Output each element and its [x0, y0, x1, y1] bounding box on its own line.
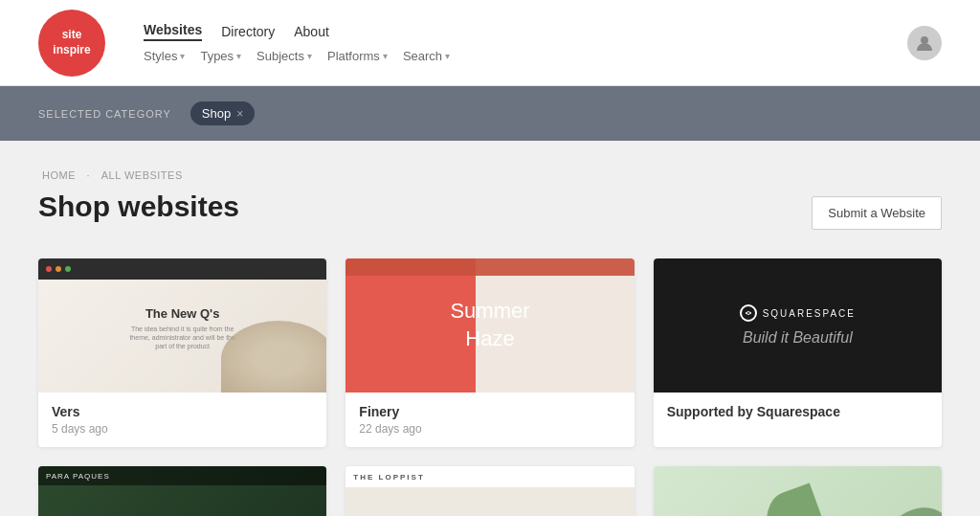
nav-platforms[interactable]: Platforms — [327, 49, 388, 63]
thumb-finery-line1: Summer — [450, 298, 529, 325]
nav-area: Websites Directory About Styles Types Su… — [144, 22, 450, 63]
card-thumb-bottom2: THE LOPPIST Inspiring stories — [345, 466, 634, 516]
window-dot-green — [65, 266, 71, 272]
page-header: Shop websites Submit a Website — [38, 191, 942, 230]
category-tag-text: Shop — [202, 106, 231, 121]
card-date-vers: 5 days ago — [52, 422, 313, 436]
logo-line2: inspire — [53, 43, 90, 58]
card-date-finery: 22 days ago — [359, 422, 620, 436]
thumb-bottom2-bg: THE LOPPIST Inspiring stories — [345, 466, 634, 516]
submit-website-button[interactable]: Submit a Website — [812, 196, 942, 230]
thumb-squarespace-logo: SQUARESPACE — [740, 304, 856, 322]
card-vers[interactable]: The New Q's The idea behind it is quite … — [38, 258, 326, 447]
nav-websites[interactable]: Websites — [144, 22, 202, 41]
card-title-vers: Vers — [52, 404, 313, 419]
squarespace-icon — [740, 304, 757, 322]
card-title-finery: Finery — [359, 404, 620, 419]
thumb-vers-image — [221, 321, 326, 393]
nav-types[interactable]: Types — [200, 49, 241, 63]
card-thumb-bottom3 — [654, 466, 942, 516]
header: site inspire Websites Directory About St… — [0, 0, 980, 86]
website-grid: The New Q's The idea behind it is quite … — [38, 258, 942, 516]
card-bottom1[interactable]: PARA PAQUES WALKER CANVAS CHAIRS — [38, 466, 326, 516]
card-bottom2[interactable]: THE LOPPIST Inspiring stories — [345, 466, 634, 516]
page-title: Shop websites — [38, 191, 239, 223]
nav-about[interactable]: About — [294, 24, 329, 39]
card-info-vers: Vers 5 days ago — [38, 393, 326, 447]
category-tag[interactable]: Shop × — [190, 101, 255, 125]
squarespace-brand-name: SQUARESPACE — [763, 308, 856, 319]
card-finery[interactable]: Summer Haze Finery 22 days ago — [345, 258, 634, 447]
logo-line1: site — [62, 28, 82, 43]
card-squarespace[interactable]: SQUARESPACE Build it Beautiful Supported… — [654, 258, 942, 447]
header-left: site inspire Websites Directory About St… — [38, 10, 450, 77]
breadcrumb-section: ALL WEBSITES — [101, 169, 183, 181]
category-bar: SELECTED CATEGORY Shop × — [0, 86, 980, 141]
thumb-bottom2-header: THE LOPPIST — [345, 466, 634, 487]
card-thumb-vers: The New Q's The idea behind it is quite … — [38, 258, 326, 393]
card-bottom3[interactable] — [654, 466, 942, 516]
thumb-leaf1 — [756, 482, 839, 516]
logo[interactable]: site inspire — [38, 10, 105, 77]
breadcrumb: HOME · ALL WEBSITES — [38, 169, 942, 181]
nav-primary: Websites Directory About — [144, 22, 450, 41]
card-title-squarespace: Supported by Squarespace — [667, 404, 928, 419]
main-content: HOME · ALL WEBSITES Shop websites Submit… — [0, 141, 980, 516]
thumb-finery-line2: Haze — [450, 325, 529, 353]
thumb-finery-bg: Summer Haze — [345, 258, 634, 393]
nav-directory[interactable]: Directory — [221, 24, 275, 39]
thumb-vers-bg: The New Q's The idea behind it is quite … — [38, 258, 326, 393]
nav-secondary: Styles Types Subjects Platforms Search — [144, 49, 450, 63]
thumb-finery-header — [345, 258, 634, 276]
thumb-bottom1-site-name: PARA PAQUES — [46, 472, 110, 481]
thumb-bottom1-bg: PARA PAQUES WALKER CANVAS CHAIRS — [38, 466, 326, 516]
window-dot-yellow — [56, 266, 61, 272]
breadcrumb-home: HOME — [42, 169, 76, 181]
window-dot-red — [46, 266, 52, 272]
breadcrumb-separator: · — [87, 169, 91, 181]
thumb-vers-bar — [38, 258, 326, 280]
card-thumb-squarespace: SQUARESPACE Build it Beautiful — [654, 258, 942, 393]
user-avatar[interactable] — [907, 26, 942, 60]
squarespace-tagline: Build it Beautiful — [743, 329, 853, 347]
category-label: SELECTED CATEGORY — [38, 108, 171, 120]
thumb-vers-title: The New Q's — [125, 306, 240, 321]
card-thumb-finery: Summer Haze — [345, 258, 634, 393]
card-info-squarespace: Supported by Squarespace — [654, 393, 942, 434]
thumb-bottom2-site-name: THE LOPPIST — [353, 473, 424, 482]
category-tag-close[interactable]: × — [236, 107, 243, 121]
thumb-bottom1-header: PARA PAQUES — [38, 466, 326, 485]
nav-subjects[interactable]: Subjects — [256, 49, 312, 63]
card-info-finery: Finery 22 days ago — [345, 393, 634, 447]
nav-search[interactable]: Search — [403, 49, 450, 63]
thumb-leaf2 — [854, 492, 942, 516]
thumb-vers-sub: The idea behind it is quite from the the… — [125, 325, 240, 350]
thumb-finery-text: Summer Haze — [450, 298, 529, 352]
svg-point-0 — [921, 36, 928, 44]
thumb-bottom3-bg — [654, 466, 942, 516]
card-thumb-bottom1: PARA PAQUES WALKER CANVAS CHAIRS — [38, 466, 326, 516]
thumb-squarespace-bg: SQUARESPACE Build it Beautiful — [654, 258, 942, 393]
nav-styles[interactable]: Styles — [144, 49, 185, 63]
